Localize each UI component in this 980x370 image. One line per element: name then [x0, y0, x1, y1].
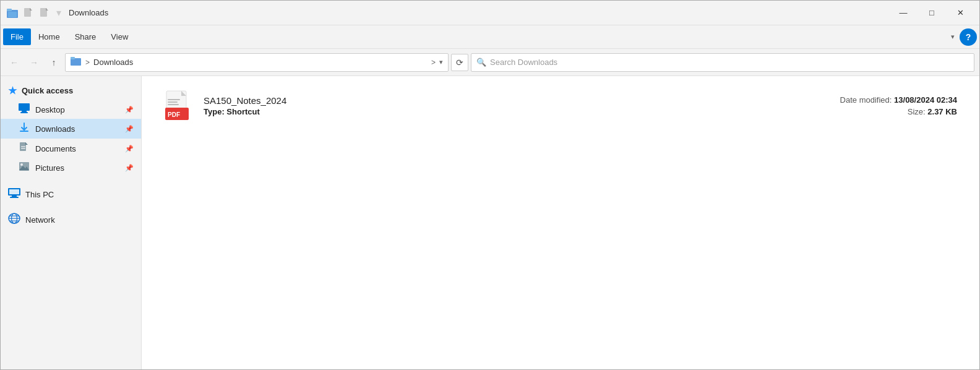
svg-rect-1 [7, 9, 12, 11]
type-label: Type: [204, 107, 225, 116]
documents-label: Documents [35, 144, 76, 153]
svg-rect-33 [168, 99, 180, 100]
window-controls: — □ ✕ [889, 3, 974, 23]
svg-rect-11 [20, 112, 28, 113]
sidebar-item-thispc[interactable]: This PC [1, 184, 141, 204]
svg-marker-4 [30, 8, 32, 11]
desktop-label: Desktop [35, 105, 65, 114]
pictures-icon [18, 161, 30, 174]
forward-button[interactable]: → [25, 54, 43, 71]
network-label: Network [25, 215, 55, 225]
file-thumbnail: PDF [164, 91, 194, 121]
window-title: Downloads [69, 8, 889, 17]
main-content: ★ Quick access Desktop 📌 [1, 76, 979, 369]
sidebar-item-downloads[interactable]: Downloads 📌 [1, 119, 141, 139]
svg-rect-9 [19, 103, 30, 111]
desktop-icon [18, 103, 30, 116]
search-placeholder: Search Downloads [490, 58, 557, 67]
menu-chevron-icon[interactable]: ▾ [948, 30, 957, 43]
up-button[interactable]: ↑ [45, 54, 62, 71]
svg-marker-14 [25, 142, 28, 145]
file-item[interactable]: PDF SA150_Notes_2024 Type: Shortcut Date… [157, 86, 965, 126]
thispc-label: This PC [25, 190, 54, 199]
menu-file[interactable]: File [3, 28, 31, 45]
sidebar-quick-access[interactable]: ★ Quick access [1, 81, 141, 100]
svg-text:PDF: PDF [168, 111, 180, 118]
doc-icon-1 [22, 6, 35, 20]
address-path: Downloads [93, 58, 428, 67]
menu-home[interactable]: Home [31, 28, 67, 45]
menu-share[interactable]: Share [67, 28, 104, 45]
address-chevron-icon[interactable]: ▾ [439, 58, 443, 66]
sidebar-item-desktop[interactable]: Desktop 📌 [1, 100, 141, 119]
svg-rect-34 [168, 101, 178, 103]
help-button[interactable]: ? [960, 28, 977, 46]
thispc-icon [8, 188, 20, 200]
sidebar-item-documents[interactable]: Documents 📌 [1, 139, 141, 158]
documents-icon [18, 142, 30, 155]
title-bar: ▾ Downloads — □ ✕ [1, 1, 979, 25]
file-info: SA150_Notes_2024 Type: Shortcut [204, 95, 830, 116]
file-type: Type: Shortcut [204, 107, 830, 116]
address-separator-1: > [85, 58, 90, 67]
svg-rect-22 [10, 197, 19, 198]
minimize-button[interactable]: — [889, 3, 918, 23]
doc-icon-2 [38, 6, 51, 20]
network-icon [8, 213, 20, 226]
title-separator: ▾ [56, 7, 61, 19]
sidebar-item-pictures[interactable]: Pictures 📌 [1, 158, 141, 177]
svg-rect-10 [22, 111, 27, 112]
back-button[interactable]: ← [6, 54, 23, 71]
file-area: PDF SA150_Notes_2024 Type: Shortcut Date… [142, 76, 979, 369]
date-value: 13/08/2024 02:34 [894, 95, 957, 105]
size-value: 2.37 KB [927, 107, 957, 116]
sidebar: ★ Quick access Desktop 📌 [1, 76, 142, 369]
type-value: Shortcut [226, 107, 259, 116]
maximize-button[interactable]: □ [918, 3, 946, 23]
svg-marker-6 [46, 8, 48, 11]
menu-bar: File Home Share View ▾ ? [1, 25, 979, 49]
file-meta: Date modified: 13/08/2024 02:34 Size: 2.… [840, 95, 957, 116]
title-bar-icons: ▾ [6, 6, 64, 20]
sidebar-item-network[interactable]: Network [1, 209, 141, 230]
search-box[interactable]: 🔍 Search Downloads [471, 53, 974, 72]
downloads-pin-icon: 📌 [125, 125, 134, 133]
svg-rect-8 [71, 57, 75, 59]
svg-rect-16 [21, 148, 25, 149]
file-date: Date modified: 13/08/2024 02:34 [840, 95, 957, 105]
address-folder-icon [71, 56, 82, 69]
pictures-label: Pictures [35, 163, 64, 173]
size-label: Size: [908, 107, 926, 116]
address-separator-2: > [431, 58, 436, 67]
file-size: Size: 2.37 KB [840, 107, 957, 116]
address-bar: ← → ↑ > Downloads > ▾ ⟳ 🔍 Search Downloa… [1, 49, 979, 76]
star-icon: ★ [8, 85, 17, 97]
address-field[interactable]: > Downloads > ▾ [65, 53, 449, 72]
menu-bar-right: ▾ ? [948, 28, 977, 46]
svg-point-18 [20, 163, 23, 166]
menu-view[interactable]: View [103, 28, 135, 45]
svg-rect-2 [8, 12, 17, 17]
file-name: SA150_Notes_2024 [204, 95, 830, 106]
svg-rect-23 [9, 189, 19, 194]
refresh-button[interactable]: ⟳ [451, 54, 468, 71]
date-label: Date modified: [840, 95, 892, 105]
downloads-icon [18, 122, 30, 136]
desktop-pin-icon: 📌 [125, 106, 134, 114]
close-button[interactable]: ✕ [946, 3, 974, 23]
downloads-label: Downloads [35, 124, 75, 134]
svg-rect-15 [21, 146, 25, 147]
svg-rect-35 [168, 104, 179, 105]
documents-pin-icon: 📌 [125, 145, 134, 153]
search-icon: 🔍 [476, 58, 486, 67]
pictures-pin-icon: 📌 [125, 164, 134, 172]
quick-access-label: Quick access [22, 86, 73, 95]
svg-rect-21 [12, 196, 17, 197]
folder-icon [6, 6, 19, 20]
svg-rect-12 [20, 131, 28, 132]
